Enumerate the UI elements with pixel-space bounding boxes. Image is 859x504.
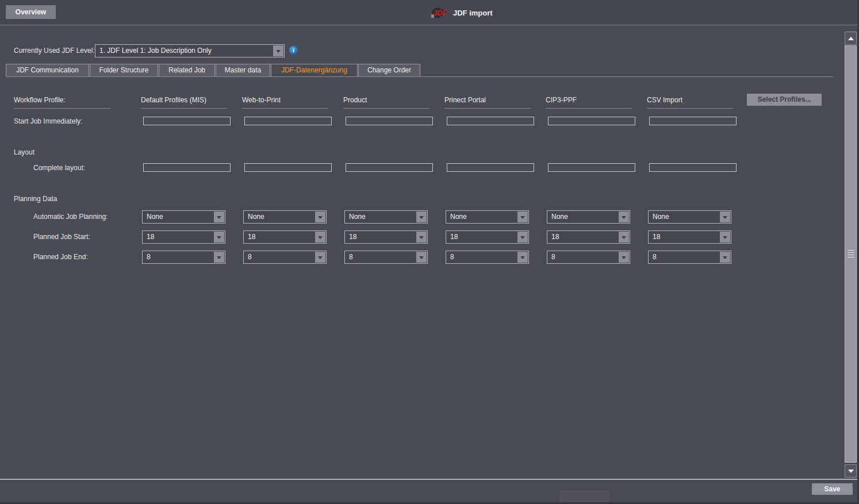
automatic-job-planning-dropdown-default-profiles[interactable]: None	[142, 210, 225, 224]
dropdown-value: None	[345, 211, 427, 221]
page-title: JDF import	[453, 9, 493, 17]
dropdown-arrow-icon[interactable]	[619, 252, 629, 263]
scrollbar-grip	[848, 250, 854, 258]
top-bar: Overview JDF JDF import	[0, 0, 859, 25]
dropdown-arrow-icon[interactable]	[214, 232, 224, 243]
planned-job-end-dropdown-prinect-portal[interactable]: 8	[446, 251, 529, 264]
dropdown-value: 8	[143, 251, 225, 261]
dropdown-arrow-icon[interactable]	[720, 252, 730, 263]
dropdown-arrow-icon[interactable]	[720, 211, 730, 222]
start-job-checkbox-default-profiles[interactable]	[143, 117, 231, 125]
dropdown-value: 8	[547, 251, 630, 261]
jdf-logo-icon: JDF	[430, 7, 448, 19]
dropdown-value: None	[446, 211, 528, 221]
tab-master-data[interactable]: Master data	[216, 64, 270, 76]
dropdown-value: 18	[649, 231, 731, 241]
planned-job-end-dropdown-csv-import[interactable]: 8	[648, 251, 731, 264]
dropdown-arrow-icon[interactable]	[315, 211, 325, 222]
complete-layout-checkbox-web-to-print[interactable]	[244, 163, 332, 172]
start-job-immediately-label: Start Job Immediately:	[14, 117, 82, 125]
dropdown-arrow-icon[interactable]	[273, 45, 283, 56]
planned-job-start-dropdown-cip3-ppf[interactable]: 18	[547, 230, 630, 244]
dropdown-arrow-icon[interactable]	[214, 252, 224, 263]
planned-job-end-dropdown-product[interactable]: 8	[344, 251, 428, 264]
svg-text:JDF: JDF	[433, 9, 448, 17]
dropdown-arrow-icon[interactable]	[315, 232, 325, 243]
dropdown-value: 8	[345, 251, 427, 261]
dropdown-value: 18	[345, 231, 427, 241]
tab-jdf-communication[interactable]: JDF Communication	[6, 64, 89, 76]
dropdown-arrow-icon[interactable]	[517, 211, 528, 222]
tab-jdf-datenergaenzung[interactable]: JDF-Datenergänzung	[271, 64, 358, 76]
tab-change-order[interactable]: Change Order	[358, 64, 420, 76]
column-header-prinect-portal: Prinect Portal	[444, 96, 531, 109]
dropdown-value: 8	[649, 251, 731, 261]
dropdown-value: 18	[143, 231, 225, 241]
footer-bar: Save	[0, 480, 857, 502]
dropdown-arrow-icon[interactable]	[619, 232, 629, 243]
complete-layout-checkbox-prinect-portal[interactable]	[447, 163, 534, 172]
scrollbar-thumb[interactable]	[845, 45, 857, 463]
dropdown-arrow-icon[interactable]	[720, 232, 730, 243]
scroll-up-icon[interactable]	[845, 32, 857, 45]
planned-job-start-dropdown-prinect-portal[interactable]: 18	[446, 230, 529, 244]
jdf-level-label: Currently Used JDF Level:	[14, 47, 95, 55]
overview-button[interactable]: Overview	[6, 5, 56, 19]
jdf-level-value: 1. JDF Level 1: Job Description Only	[95, 45, 284, 55]
dropdown-arrow-icon[interactable]	[416, 232, 427, 243]
dropdown-value: None	[547, 211, 630, 221]
jdf-level-dropdown[interactable]: 1. JDF Level 1: Job Description Only	[95, 44, 285, 57]
automatic-job-planning-dropdown-prinect-portal[interactable]: None	[446, 210, 529, 224]
dropdown-value: None	[143, 211, 225, 221]
dropdown-arrow-icon[interactable]	[416, 211, 427, 222]
planned-job-start-dropdown-web-to-print[interactable]: 18	[243, 230, 327, 244]
planned-job-start-dropdown-product[interactable]: 18	[344, 230, 428, 244]
planned-job-start-dropdown-csv-import[interactable]: 18	[648, 230, 731, 244]
footer-ghost-panel	[559, 490, 610, 502]
tab-divider	[6, 76, 833, 77]
planned-job-start-label: Planned Job Start:	[33, 233, 90, 241]
complete-layout-checkbox-csv-import[interactable]	[649, 163, 737, 172]
tab-related-job[interactable]: Related Job	[159, 64, 215, 76]
complete-layout-checkbox-default-profiles[interactable]	[143, 163, 231, 172]
save-button[interactable]: Save	[812, 483, 853, 495]
automatic-job-planning-dropdown-web-to-print[interactable]: None	[243, 210, 327, 224]
automatic-job-planning-dropdown-product[interactable]: None	[344, 210, 428, 224]
dropdown-value: 8	[244, 251, 326, 261]
column-header-web-to-print: Web-to-Print	[242, 96, 328, 109]
window-title-group: JDF JDF import	[430, 6, 493, 20]
vertical-scrollbar[interactable]	[845, 32, 857, 480]
scroll-down-icon[interactable]	[845, 464, 857, 478]
column-header-product: Product	[343, 96, 430, 109]
start-job-checkbox-csv-import[interactable]	[649, 117, 737, 125]
automatic-job-planning-dropdown-csv-import[interactable]: None	[648, 210, 731, 224]
dropdown-value: 18	[547, 231, 630, 241]
planned-job-end-dropdown-web-to-print[interactable]: 8	[243, 251, 327, 264]
dropdown-arrow-icon[interactable]	[517, 232, 528, 243]
dropdown-arrow-icon[interactable]	[619, 211, 629, 222]
planned-job-end-label: Planned Job End:	[33, 253, 88, 261]
start-job-checkbox-prinect-portal[interactable]	[447, 117, 534, 125]
planned-job-end-dropdown-cip3-ppf[interactable]: 8	[547, 251, 630, 264]
start-job-checkbox-product[interactable]	[346, 117, 433, 125]
dropdown-arrow-icon[interactable]	[416, 252, 427, 263]
dropdown-value: 8	[446, 251, 528, 261]
start-job-checkbox-cip3-ppf[interactable]	[548, 117, 635, 125]
column-header-csv-import: CSV Import	[647, 96, 733, 109]
complete-layout-checkbox-product[interactable]	[346, 163, 433, 172]
dropdown-arrow-icon[interactable]	[315, 252, 325, 263]
dropdown-value: None	[244, 211, 326, 221]
automatic-job-planning-dropdown-cip3-ppf[interactable]: None	[547, 210, 630, 224]
planned-job-end-dropdown-default-profiles[interactable]: 8	[142, 251, 225, 264]
dropdown-arrow-icon[interactable]	[517, 252, 528, 263]
tab-folder-structure[interactable]: Folder Structure	[90, 64, 158, 76]
select-profiles-button[interactable]: Select Profiles...	[747, 94, 822, 106]
start-job-checkbox-web-to-print[interactable]	[244, 117, 332, 125]
dropdown-arrow-icon[interactable]	[214, 211, 224, 222]
planned-job-start-dropdown-default-profiles[interactable]: 18	[142, 230, 225, 244]
complete-layout-checkbox-cip3-ppf[interactable]	[548, 163, 635, 172]
dropdown-value: None	[649, 211, 731, 221]
jdf-import-window: Overview JDF JDF import Currently Used J…	[0, 0, 859, 504]
info-icon[interactable]: i	[289, 46, 298, 55]
layout-section-label: Layout	[14, 148, 34, 156]
